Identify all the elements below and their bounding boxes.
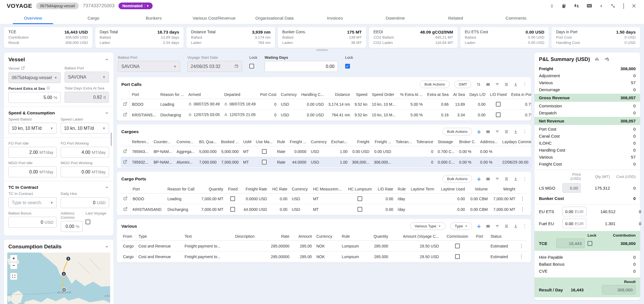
column-header-currency[interactable]: Currency [314,232,340,241]
mgo-port-idle-input[interactable]: 0.00MT/day [8,166,57,177]
open-row-icon[interactable] [123,196,127,201]
columns-icon[interactable] [486,82,490,87]
column-header-commission[interactable]: Commission [441,232,473,241]
column-header-hc-rate[interactable]: HC Rate [269,185,290,194]
column-header-hc-measurem[interactable]: HC Measurem... [311,185,345,194]
column-header-use-ma[interactable]: Use Ma... [254,138,275,146]
unfold-icon[interactable] [523,176,527,181]
column-header-rule[interactable]: Rule [340,232,367,241]
column-header-laytime-used[interactable]: Laytime Used [438,185,467,194]
columns-icon[interactable] [486,224,490,228]
eu-ets-price-input[interactable]: 0.00EUR [562,207,586,216]
column-header-from[interactable]: From [121,232,136,241]
column-header-blank[interactable] [121,138,130,146]
last-voyage-checkbox[interactable]: ✓ [86,220,90,224]
unfold-icon[interactable] [523,224,527,228]
analytics-search-icon[interactable] [604,56,610,62]
column-header-extra-at[interactable]: % Extra At ... [398,90,425,99]
table-row[interactable]: KRISTIANS...Discharging12/07/25 03:0512/… [121,110,531,120]
table-row[interactable]: CargoCost and RevenueFreight payment to.… [121,251,527,262]
column-header-port[interactable]: Port [474,232,488,241]
column-header-rule[interactable]: Rule [275,138,288,146]
bulk-actions-button[interactable]: Bulk Actions [442,175,472,183]
cell-checkbox[interactable]: ✓ [357,207,362,212]
column-header-counter[interactable]: Counter... [151,138,174,146]
column-header-hc-lumpsum[interactable]: HC Lumpsum [345,185,375,194]
gmt-button[interactable]: GMT [454,81,472,88]
bar-chart-icon[interactable] [595,56,600,62]
column-header-broker-c[interactable]: Broker C. [457,138,478,146]
column-header-amount[interactable]: Amount [292,232,314,241]
column-header-quantity[interactable]: Quantity [367,232,390,241]
column-header-freight[interactable]: Freight [350,138,371,146]
voyage-ballast-port-select[interactable]: SAVONA▼ [118,61,180,72]
cell-checkbox[interactable]: ✓ [455,244,460,248]
mgo-port-working-input[interactable]: 0.00MT/day [61,166,109,177]
tab-invoices[interactable]: Invoices [305,12,365,24]
tab-comments[interactable]: Comments [486,12,546,24]
cell-checkbox[interactable]: ✓ [230,207,235,212]
column-header-booked[interactable]: Booked ... [219,138,241,146]
sort-icon[interactable] [476,82,481,87]
collapse-up-icon[interactable] [105,185,109,190]
density-icon[interactable] [504,177,509,181]
chevron-down-icon[interactable] [105,244,109,249]
open-vessel-icon[interactable] [21,66,25,71]
column-header-commo[interactable]: Commo... [174,138,197,146]
tc-contract-select[interactable]: Type to search.▼ [8,197,57,208]
fo-port-working-input[interactable]: 4.00MT/day [61,147,109,158]
column-header-speed-order[interactable]: Speed Order [370,90,398,99]
filter-icon[interactable] [495,177,499,181]
filter-icon[interactable] [495,224,499,228]
table-row[interactable]: KRISTIANSANDDischarging7,000.00 MT✓44.00… [121,204,527,215]
open-row-icon[interactable] [123,160,127,164]
tab-bunkers[interactable]: Bunkers [124,12,184,24]
column-header-tolerance[interactable]: Tolerance [414,138,435,146]
column-header-currency[interactable]: Currency [309,138,329,146]
column-header-blank[interactable] [121,90,130,99]
route-map[interactable]: 1 2 B EUROPE ASI + − Leaflet | © OpenStr… [7,253,110,304]
column-header-stowage[interactable]: Stowage [435,138,457,146]
column-header-quantity[interactable]: Quantity [198,185,226,194]
vessel-select[interactable]: 0675d4ajoug-vessel▼ [8,72,61,83]
row-menu-icon[interactable]: ⋮ [519,254,524,259]
cell-checkbox[interactable]: ✓ [455,254,460,259]
column-header-address[interactable]: Address... [478,138,500,146]
column-header-laydays-commence[interactable]: Laydays Commence [500,138,531,146]
column-header-laytime-term[interactable]: Laytime Term [409,185,438,194]
column-header-departed[interactable]: Departed [222,90,258,99]
columns-icon[interactable] [486,177,490,181]
column-header-handling-c[interactable]: Handling C... [299,90,326,99]
voyage-start-date-input[interactable]: 24/06/25 03:32 [187,61,242,72]
table-row[interactable]: 785932...BP-NAM...Alumini...7,000.0007,0… [121,157,531,168]
compare-icon[interactable] [574,3,579,8]
open-row-icon[interactable] [123,207,127,211]
column-header-blank[interactable] [121,185,130,194]
column-header-uom[interactable]: UoM [241,138,254,146]
panel-resize-handle[interactable] [316,49,328,51]
scrollbar-thumb[interactable] [111,133,112,146]
more-icon[interactable] [623,3,624,9]
column-header-reason-for-call[interactable]: Reason for Call [165,185,198,194]
cell-checkbox[interactable]: ✓ [230,196,235,201]
ballast-bonus-input[interactable]: 0USD [8,217,57,228]
cell-checkbox[interactable]: ✓ [357,196,362,201]
column-header-reason-for[interactable]: Reason for ... [158,90,186,99]
info-icon[interactable] [46,86,50,91]
speed-ballast-select[interactable]: 10 kn, 10 MT/d▼ [8,123,57,134]
percent-extra-input[interactable]: 5.00% [8,92,61,103]
table-row[interactable]: BODOLoading08/07/25 00:4908/07/25 18:490… [121,99,531,110]
address-commission-input[interactable]: 0.00% [61,221,83,232]
fuel-eu-price-input[interactable]: 0.00EUR [562,219,586,228]
add-row-icon[interactable]: + [477,223,481,229]
type-button[interactable]: Type▼ [450,222,472,230]
row-menu-icon[interactable]: ⋮ [520,207,525,212]
column-header-weight[interactable]: Weight [490,185,518,194]
lock-start-checkbox[interactable]: ✓ [249,64,254,69]
column-header-exchan[interactable]: Exchan... [329,138,350,146]
filter-icon[interactable] [495,82,499,87]
tab-overview[interactable]: Overview [3,12,63,24]
column-header-l-d-rate[interactable]: L/D Rate [375,185,396,194]
download-icon[interactable] [513,177,518,181]
cell-checkbox[interactable]: ✓ [496,112,501,117]
